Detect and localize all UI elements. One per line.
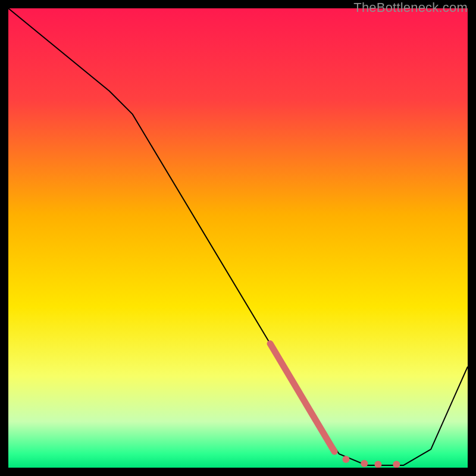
gradient-background xyxy=(8,8,468,468)
chart-svg xyxy=(8,8,468,468)
chart-frame xyxy=(8,8,468,468)
watermark-text: TheBottleneck.com xyxy=(353,0,468,15)
highlight-dot xyxy=(361,460,368,467)
highlight-dot xyxy=(342,456,349,463)
